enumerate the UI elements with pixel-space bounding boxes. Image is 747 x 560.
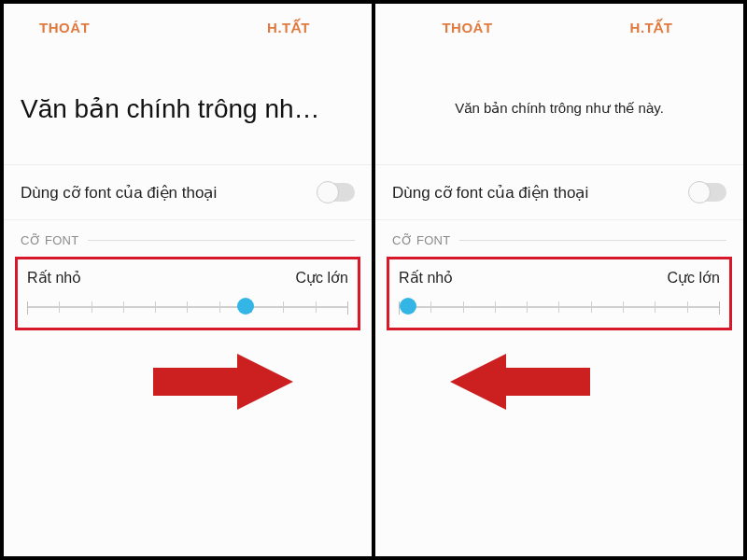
slider-thumb[interactable] (237, 298, 254, 315)
font-size-section-header: CỠ FONT (375, 220, 743, 253)
svg-marker-0 (153, 354, 293, 410)
font-size-slider-highlight: Rất nhỏ Cực lớn (15, 257, 360, 330)
done-button[interactable]: H.TẤT (267, 20, 310, 35)
use-phone-font-label: Dùng cỡ font của điện thoại (21, 183, 317, 203)
preview-area: Văn bản chính trông nh… (4, 52, 372, 164)
divider (88, 240, 355, 241)
arrow-left-icon (450, 349, 590, 414)
exit-button[interactable]: THOÁT (39, 20, 90, 35)
font-size-slider-highlight: Rất nhỏ Cực lớn (387, 257, 732, 330)
font-size-section-title: CỠ FONT (392, 233, 450, 247)
slider-thumb[interactable] (400, 298, 416, 315)
use-phone-font-row[interactable]: Dùng cỡ font của điện thoại (375, 164, 743, 220)
preview-area: Văn bản chính trông như thế này. (375, 52, 743, 164)
done-button[interactable]: H.TẤT (630, 20, 673, 35)
preview-text: Văn bản chính trông nh… (21, 93, 355, 124)
panel-large-font: THOÁT H.TẤT Văn bản chính trông nh… Dùng… (4, 4, 374, 556)
use-phone-font-label: Dùng cỡ font của điện thoại (392, 183, 689, 203)
toolbar: THOÁT H.TẤT (4, 4, 372, 52)
exit-button[interactable]: THOÁT (442, 20, 492, 35)
font-size-section-title: CỠ FONT (21, 233, 78, 247)
slider-min-label: Rất nhỏ (399, 269, 453, 287)
use-phone-font-toggle[interactable] (689, 183, 726, 202)
panel-small-font: THOÁT H.TẤT Văn bản chính trông như thế … (374, 4, 743, 556)
toolbar: THOÁT H.TẤT (375, 4, 743, 52)
slider-max-label: Cực lớn (668, 269, 720, 287)
use-phone-font-row[interactable]: Dùng cỡ font của điện thoại (4, 164, 372, 220)
slider-min-label: Rất nhỏ (27, 269, 81, 287)
use-phone-font-toggle[interactable] (317, 183, 355, 202)
preview-text: Văn bản chính trông như thế này. (392, 100, 726, 117)
font-size-slider[interactable] (27, 300, 348, 315)
font-size-slider[interactable] (399, 300, 720, 315)
slider-max-label: Cực lớn (296, 269, 348, 287)
font-size-section-header: CỠ FONT (4, 220, 372, 253)
svg-marker-1 (450, 354, 590, 410)
divider (459, 240, 726, 241)
arrow-right-icon (153, 349, 293, 414)
